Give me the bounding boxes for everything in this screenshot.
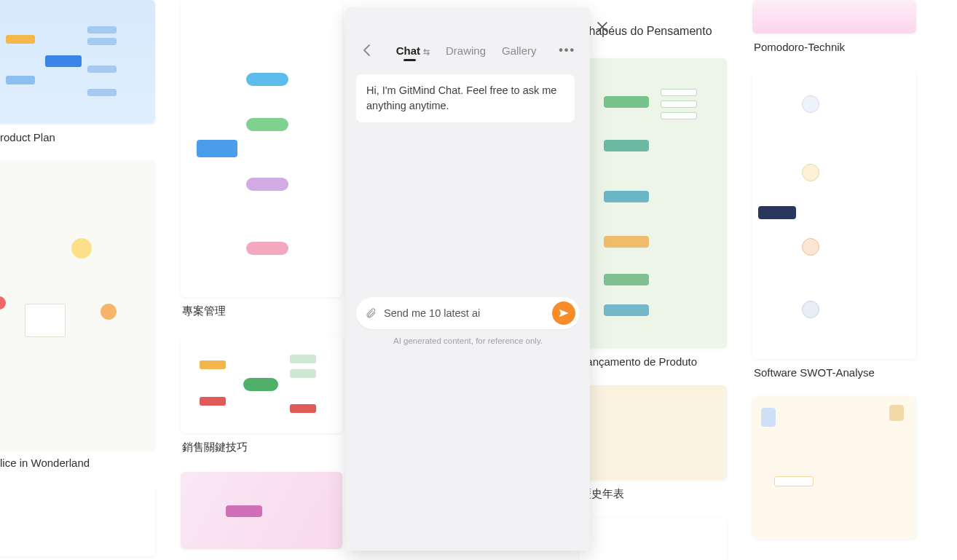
chat-input[interactable] [384,307,545,319]
template-card[interactable] [752,396,916,539]
template-column: Product Plan Alice in Wonderland [0,0,155,556]
template-title: Software SWOT-Analyse [752,359,916,383]
tab-label: Chat [396,44,420,57]
attach-icon[interactable] [365,307,377,319]
template-title: 銷售關鍵技巧 [181,433,342,459]
chat-input-area: AI generated content, for reference only… [346,297,590,352]
chat-tabs: Chat⇆ Drawing Gallery [377,44,556,57]
tab-gallery[interactable]: Gallery [502,44,537,57]
template-column: 專案管理 銷售關鍵技巧 [181,0,342,549]
template-card[interactable] [579,518,727,560]
chat-bubble: Hi, I'm GitMind Chat. Feel free to ask m… [356,74,575,122]
template-card[interactable] [181,472,342,549]
template-title: Pomodoro-Technik [752,33,916,58]
template-card[interactable]: Alice in Wonderland [0,161,155,473]
tab-chat[interactable]: Chat⇆ [396,44,430,57]
template-card[interactable]: Lançamento de Produto [579,58,727,372]
template-card[interactable]: Product Plan [0,0,155,148]
template-card[interactable]: 歷史年表 [579,385,727,505]
template-card[interactable] [0,486,155,556]
template-card[interactable]: Software SWOT-Analyse [752,71,916,383]
template-card[interactable]: 銷售關鍵技巧 [181,336,342,459]
chat-panel: Chat⇆ Drawing Gallery ••• Hi, I'm GitMin… [346,7,590,551]
template-card[interactable]: 專案管理 [181,0,342,323]
swap-icon: ⇆ [423,47,430,56]
chat-header: Chat⇆ Drawing Gallery ••• [346,7,590,70]
template-column: Chapéus do Pensamento Lançamento de Prod… [579,19,727,560]
ai-disclaimer: AI generated content, for reference only… [356,336,580,345]
template-column: Pomodoro-Technik Software SWOT-Analyse [752,0,916,539]
template-title: Alice in Wonderland [0,449,155,473]
template-title: 專案管理 [181,297,342,323]
template-title: Lançamento de Produto [579,348,727,372]
send-button[interactable] [552,301,575,325]
close-button[interactable] [594,19,610,35]
back-button[interactable] [358,41,377,60]
template-card[interactable]: Pomodoro-Technik [752,0,916,58]
template-title: Product Plan [0,124,155,148]
tab-drawing[interactable]: Drawing [446,44,486,57]
template-title: 歷史年表 [579,480,727,505]
chat-input-row [356,297,580,329]
more-menu-button[interactable]: ••• [556,41,578,60]
